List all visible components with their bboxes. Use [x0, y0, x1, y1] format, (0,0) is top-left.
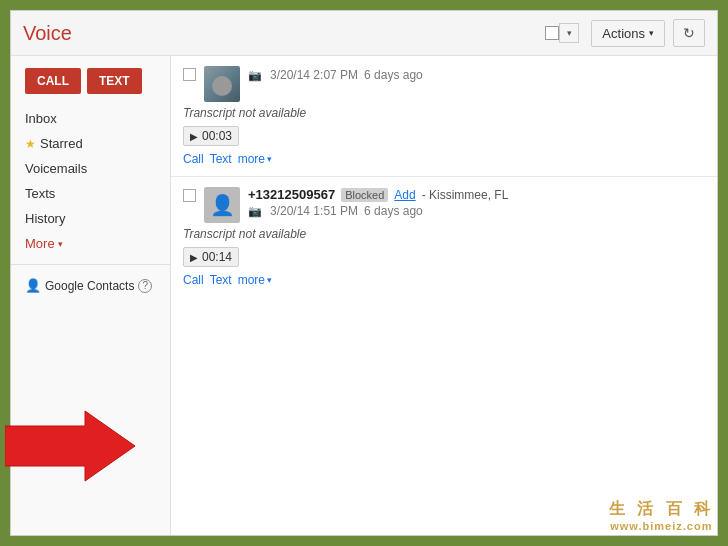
content-area: 📷 3/20/14 2:07 PM 6 days ago Transcript … — [171, 56, 717, 535]
person-icon: 👤 — [25, 278, 41, 293]
sidebar-item-texts[interactable]: Texts — [11, 181, 170, 206]
add-link[interactable]: Add — [394, 188, 415, 202]
call-button[interactable]: CALL — [25, 68, 81, 94]
play-icon: ▶ — [190, 252, 198, 263]
help-icon[interactable]: ? — [138, 279, 152, 293]
message-item: 👤 +13212509567 Blocked Add - Kissimmee, … — [171, 177, 717, 297]
message-date-line: 📷 3/20/14 2:07 PM 6 days ago — [248, 68, 705, 82]
transcript-text: Transcript not available — [183, 227, 705, 241]
star-icon: ★ — [25, 137, 36, 151]
history-label: History — [25, 211, 65, 226]
duration: 00:03 — [202, 129, 232, 143]
actions-button[interactable]: Actions ▾ — [591, 20, 665, 47]
avatar — [204, 66, 240, 102]
blocked-badge: Blocked — [341, 188, 388, 202]
select-all-container: ▾ — [545, 23, 587, 43]
text-link[interactable]: Text — [210, 152, 232, 166]
more-link[interactable]: more ▾ — [238, 273, 272, 287]
sidebar-item-voicemails[interactable]: Voicemails — [11, 156, 170, 181]
message-header: 👤 +13212509567 Blocked Add - Kissimmee, … — [183, 187, 705, 223]
duration: 00:14 — [202, 250, 232, 264]
voicemails-label: Voicemails — [25, 161, 87, 176]
inbox-label: Inbox — [25, 111, 57, 126]
video-icon: 📷 — [248, 205, 262, 218]
message-time-ago: 6 days ago — [364, 204, 423, 218]
message-checkbox[interactable] — [183, 189, 196, 202]
actions-arrow-icon: ▾ — [649, 28, 654, 38]
message-date: 3/20/14 2:07 PM — [270, 68, 358, 82]
starred-label: Starred — [40, 136, 83, 151]
sidebar-item-starred[interactable]: ★ Starred — [11, 131, 170, 156]
sidebar-item-inbox[interactable]: Inbox — [11, 106, 170, 131]
more-link-arrow-icon: ▾ — [267, 275, 272, 285]
message-top-line: +13212509567 Blocked Add - Kissimmee, FL — [248, 187, 705, 202]
action-links: Call Text more ▾ — [183, 152, 705, 166]
sidebar-divider — [11, 264, 170, 265]
message-date: 3/20/14 1:51 PM — [270, 204, 358, 218]
message-meta: +13212509567 Blocked Add - Kissimmee, FL… — [248, 187, 705, 218]
message-time-ago: 6 days ago — [364, 68, 423, 82]
play-button[interactable]: ▶ 00:03 — [183, 126, 239, 146]
text-link[interactable]: Text — [210, 273, 232, 287]
refresh-button[interactable]: ↻ — [673, 19, 705, 47]
more-arrow-icon: ▾ — [58, 239, 63, 249]
avatar-person-icon: 👤 — [210, 193, 235, 217]
action-links: Call Text more ▾ — [183, 273, 705, 287]
message-checkbox[interactable] — [183, 68, 196, 81]
call-link[interactable]: Call — [183, 273, 204, 287]
refresh-icon: ↻ — [683, 25, 695, 41]
message-header: 📷 3/20/14 2:07 PM 6 days ago — [183, 66, 705, 102]
svg-marker-0 — [5, 411, 135, 481]
sidebar-item-more[interactable]: More ▾ — [11, 231, 170, 256]
transcript-text: Transcript not available — [183, 106, 705, 120]
top-bar: Voice ▾ Actions ▾ ↻ — [11, 11, 717, 56]
phone-number: +13212509567 — [248, 187, 335, 202]
call-link[interactable]: Call — [183, 152, 204, 166]
play-button[interactable]: ▶ 00:14 — [183, 247, 239, 267]
sidebar-item-history[interactable]: History — [11, 206, 170, 231]
message-date-line: 📷 3/20/14 1:51 PM 6 days ago — [248, 204, 705, 218]
text-button[interactable]: TEXT — [87, 68, 142, 94]
video-icon: 📷 — [248, 69, 262, 82]
audio-bar: ▶ 00:03 — [183, 126, 705, 146]
avatar: 👤 — [204, 187, 240, 223]
audio-bar: ▶ 00:14 — [183, 247, 705, 267]
message-meta: 📷 3/20/14 2:07 PM 6 days ago — [248, 66, 705, 82]
select-dropdown-button[interactable]: ▾ — [559, 23, 579, 43]
app-title: Voice — [23, 22, 72, 45]
google-contacts-item[interactable]: 👤 Google Contacts ? — [11, 273, 170, 298]
play-icon: ▶ — [190, 131, 198, 142]
texts-label: Texts — [25, 186, 55, 201]
message-item: 📷 3/20/14 2:07 PM 6 days ago Transcript … — [171, 56, 717, 177]
more-label: More — [25, 236, 55, 251]
google-contacts-label: Google Contacts — [45, 279, 134, 293]
more-link-arrow-icon: ▾ — [267, 154, 272, 164]
red-arrow — [5, 406, 135, 486]
more-link[interactable]: more ▾ — [238, 152, 272, 166]
call-text-buttons: CALL TEXT — [11, 68, 170, 106]
select-all-checkbox[interactable] — [545, 26, 559, 40]
location-text: - Kissimmee, FL — [422, 188, 509, 202]
